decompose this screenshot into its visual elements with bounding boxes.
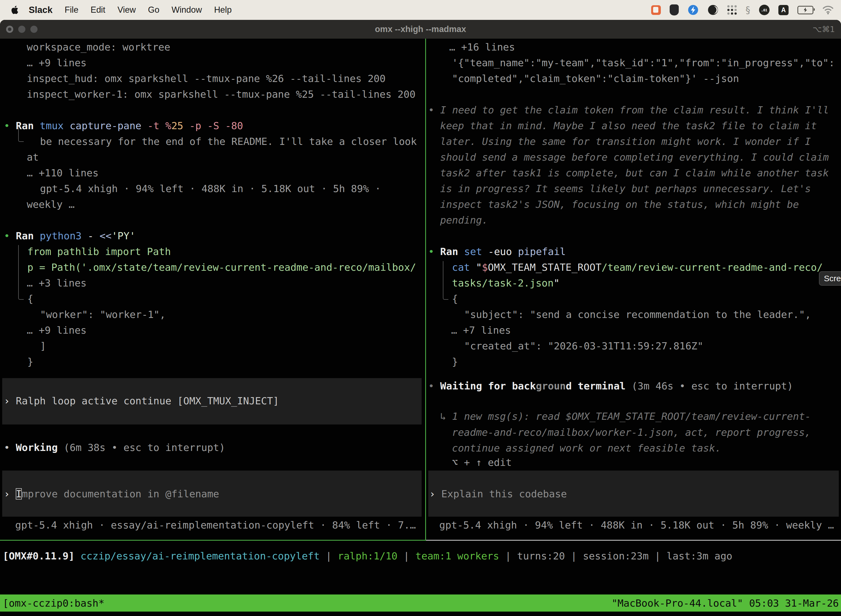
terminal-line: "subject": "send a concise recommendatio…	[464, 307, 811, 322]
menu-item-file[interactable]: File	[64, 5, 78, 15]
terminal-line: … +9 lines	[27, 55, 86, 70]
desktop: { "palette":{ "menubg":"#ebe8e1","titlet…	[0, 0, 841, 616]
terminal-line: … +9 lines	[27, 322, 86, 338]
omx-status-line: [OMX#0.11.9] cczip/essay/ai-reimplementa…	[3, 548, 732, 564]
terminal-line: inspect_worker-1: omx sparkshell --tmux-…	[27, 87, 416, 102]
pane-divider[interactable]	[425, 39, 426, 541]
thinking-text: • I need to get the claim token from the…	[428, 102, 829, 118]
menu-item-help[interactable]: Help	[214, 5, 232, 15]
terminal-line: ]	[40, 338, 46, 354]
terminal-line: task2 after task1 is complete, but can I…	[440, 165, 829, 181]
shield-grid-icon[interactable]	[670, 4, 679, 15]
terminal-line: weekly …	[27, 197, 75, 212]
connector-line	[18, 245, 24, 300]
terminal-line: pending.	[440, 212, 488, 228]
blue-lightning-icon[interactable]	[687, 4, 699, 15]
terminal-line: … +7 lines	[451, 322, 511, 338]
right-input-text: › Explain this codebase	[429, 486, 567, 502]
tmux-host-clock: "MacBook-Pro-44.local" 05:03 31-Mar-26	[611, 597, 839, 609]
terminal-line: "worker": "worker-1",	[40, 307, 166, 322]
input-source-icon[interactable]: A	[778, 5, 788, 15]
notification-icon[interactable]	[651, 5, 661, 15]
command-line-pipefail: • Ran set -euo pipefail	[428, 244, 566, 260]
battery-icon[interactable]	[797, 6, 813, 14]
terminal-line: }	[27, 354, 34, 370]
terminal-line: workspace_mode: worktree	[27, 39, 170, 55]
terminal-line: inspect task2's JSON, focusing on the st…	[440, 197, 799, 212]
terminal-line: gpt-5.4 xhigh · 94% left · 488K in · 5.1…	[40, 181, 381, 197]
terminal-content[interactable]: Scre [omx-cczip0:bash* "MacBook-Pro-44.l…	[0, 39, 841, 616]
tmux-session-label: [omx-cczip0:bash*	[3, 597, 104, 609]
menu-item-window[interactable]: Window	[171, 5, 202, 15]
terminal-line: tasks/task-2.json"	[452, 275, 560, 291]
right-pane-border	[426, 540, 841, 541]
terminal-line: later. Using the same for transition mig…	[440, 133, 811, 149]
terminal-line: {	[27, 291, 34, 307]
terminal-line: p = Path('.omx/state/team/review-current…	[27, 260, 416, 275]
terminal-line: … +110 lines	[27, 165, 98, 181]
wifi-icon[interactable]	[822, 6, 834, 14]
apple-logo-icon	[11, 5, 19, 15]
dots-grid-icon[interactable]	[727, 5, 737, 15]
window-shortcut: ⌥⌘1	[813, 20, 835, 39]
terminal-line: "completed","claim_token":"claim-token"}…	[452, 70, 739, 87]
terminal-line: ↳ 1 new msg(s): read $OMX_TEAM_STATE_ROO…	[440, 408, 811, 424]
window-title: omx --xhigh --madmax	[0, 20, 841, 39]
terminal-line: from pathlib import Path	[27, 244, 171, 260]
menu-item-edit[interactable]: Edit	[91, 5, 105, 15]
crescent-app-icon[interactable]	[708, 4, 718, 15]
menu-item-view[interactable]: View	[117, 5, 136, 15]
command-line-python3: • Ran python3 - <<'PY'	[4, 228, 135, 244]
left-input-text: › Improve documentation in @filename	[4, 486, 219, 502]
terminal-line: be necessary for the end of the README. …	[40, 133, 417, 149]
right-session-status: gpt-5.4 xhigh · 94% left · 488K in · 5.1…	[439, 517, 834, 533]
squiggle-icon[interactable]: §	[746, 4, 750, 15]
percent-badge-icon[interactable]: ..61	[759, 5, 769, 15]
terminal-line: cat "$OMX_TEAM_STATE_ROOT/team/review-cu…	[452, 260, 823, 275]
terminal-line: }	[452, 354, 458, 370]
terminal-line: readme-and-reco/mailbox/worker-1.json, a…	[452, 424, 811, 440]
menu-app-name[interactable]: Slack	[29, 5, 53, 15]
apple-menu[interactable]	[11, 5, 19, 15]
left-pane-border	[0, 540, 426, 541]
ralph-loop-status: › Ralph loop active continue [OMX_TMUX_I…	[4, 393, 279, 409]
menu-item-go[interactable]: Go	[148, 5, 159, 15]
terminal-line: {	[452, 291, 458, 307]
status-icons: § ..61 A	[651, 4, 841, 15]
tmux-status-bar: [omx-cczip0:bash* "MacBook-Pro-44.local"…	[0, 594, 841, 612]
menu-bar: Slack FileEditViewGoWindowHelp § ..61 A	[0, 0, 841, 20]
connector-line	[443, 261, 448, 300]
terminal-line: '{"team_name":"my-team","task_id":"1","f…	[452, 55, 835, 70]
terminal-line: at	[27, 149, 39, 165]
terminal-line: "created_at": "2026-03-31T11:59:27.816Z"	[464, 338, 703, 354]
command-line-tmux-capture: • Ran tmux capture-pane -t %25 -p -S -80	[4, 118, 243, 133]
terminal-line: … +3 lines	[27, 275, 86, 291]
menu-items: FileEditViewGoWindowHelp	[53, 5, 231, 15]
terminal-window: omx --xhigh --madmax ⌥⌘1 Scre [omx-cczip…	[0, 20, 841, 616]
waiting-status: • Waiting for background terminal (3m 46…	[428, 378, 793, 394]
terminal-line: inspect_hud: omx sparkshell --tmux-pane …	[27, 70, 385, 87]
terminal-line: is in progress? It seems likely but perh…	[440, 181, 811, 197]
terminal-line: … +16 lines	[449, 39, 515, 55]
title-bar[interactable]: omx --xhigh --madmax ⌥⌘1	[0, 20, 841, 39]
terminal-line: keep that in mind. Maybe I also need the…	[440, 118, 817, 133]
working-status: • Working (6m 38s • esc to interrupt)	[4, 440, 225, 455]
terminal-line: should send a message before completing …	[440, 149, 829, 165]
terminal-line: continue assigned work or next feasible …	[452, 440, 721, 456]
edit-hint: ⌥ + ↑ edit	[452, 455, 512, 470]
left-session-status: gpt-5.4 xhigh · essay/ai-reimplementatio…	[15, 517, 416, 533]
